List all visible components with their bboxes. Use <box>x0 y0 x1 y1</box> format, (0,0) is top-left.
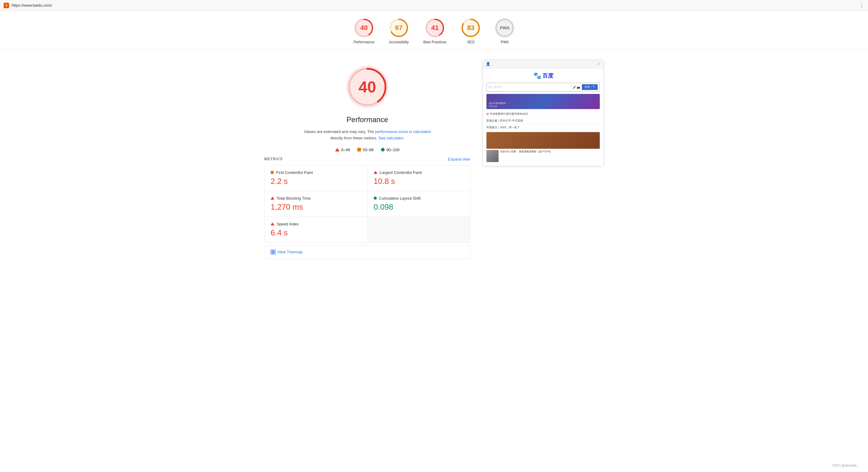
fcp-value: 2.2 s <box>271 177 361 186</box>
big-score-title: Performance <box>346 116 388 124</box>
score-item-seo[interactable]: 83 SEO <box>461 18 480 44</box>
triangle-red-icon-si <box>271 222 274 225</box>
score-circle-seo: 83 <box>461 18 480 38</box>
desc-text-1: Values are estimated and may vary. The <box>304 129 375 134</box>
main-content: 40 Performance Values are estimated and … <box>252 50 616 269</box>
metrics-section: METRICS Expand view First Contentful Pai… <box>264 157 470 259</box>
metric-label-row-lcp: Largest Contentful Paint <box>374 170 464 175</box>
legend-item-green: 90–100 <box>381 148 399 152</box>
metric-card-lcp: Largest Contentful Paint 10.8 s <box>368 165 470 191</box>
treemap-icon <box>271 250 276 254</box>
legend-item-orange: 50–89 <box>357 148 374 152</box>
tbt-value: 1,270 ms <box>271 202 361 212</box>
news-text-2: 职场之鉴｜区外之乎·中式流淌 <box>487 119 523 122</box>
metric-card-si: Speed Index 6.4 s <box>265 217 367 242</box>
score-label-accessibility: Accessibility <box>389 40 408 44</box>
view-treemap-label: View Treemap <box>277 250 303 254</box>
news-item-2: 职场之鉴｜区外之乎·中式流淌 <box>487 118 600 124</box>
menu-button[interactable]: ⋮ <box>859 2 864 9</box>
dot-green-icon <box>374 197 377 200</box>
svg-rect-11 <box>271 250 273 252</box>
favicon-letter: 🔶 <box>4 4 8 7</box>
performance-score-link[interactable]: performance score is calculated <box>375 129 431 134</box>
triangle-red-icon-lcp <box>374 171 377 174</box>
score-value-seo: 83 <box>467 24 474 32</box>
score-item-accessibility[interactable]: 67 Accessibility <box>389 18 408 44</box>
score-header: 40 Performance 67 Accessibility 41 Best … <box>0 11 868 50</box>
score-circle-best-practices: 41 <box>425 18 444 38</box>
news-text-1: 中央军委举行普示晋升军衔仪式 <box>490 113 528 116</box>
big-score-description: Values are estimated and may vary. The p… <box>304 129 431 141</box>
url-bar: https://www.baidu.com/ <box>11 3 859 7</box>
si-value: 6.4 s <box>271 228 361 238</box>
legend-item-red: 0–49 <box>335 148 350 152</box>
cls-name: Cumulative Layout Shift <box>379 196 421 200</box>
content-grid: 40 Performance Values are estimated and … <box>264 60 604 259</box>
search-placeholder: 输入搜索词 <box>489 85 570 89</box>
score-item-pwa[interactable]: PWA PWA <box>495 18 514 44</box>
tbt-indicator <box>271 197 274 200</box>
score-item-best-practices[interactable]: 41 Best Practices <box>424 18 447 44</box>
score-value-accessibility: 67 <box>395 24 402 32</box>
thumbnail-image <box>487 150 499 162</box>
lcp-value: 10.8 s <box>374 177 464 186</box>
score-label-performance: Performance <box>354 40 375 44</box>
screenshot-bar: 👤 ⤢ <box>483 60 603 68</box>
svg-rect-13 <box>271 252 273 254</box>
score-legend: 0–49 50–89 90–100 <box>335 148 399 152</box>
score-value-pwa: PWA <box>500 26 509 30</box>
metric-card-tbt: Total Blocking Time 1,270 ms <box>265 191 367 217</box>
baidu-logo: 🐾 百度 <box>533 72 553 80</box>
metric-card-fcp: First Contentful Paint 2.2 s <box>265 165 367 191</box>
banner-image: 盘点年度特爆情局 前进之路 <box>487 94 600 109</box>
score-label-pwa: PWA <box>501 40 509 44</box>
svg-rect-14 <box>273 252 275 254</box>
score-item-performance[interactable]: 40 Performance <box>354 18 375 44</box>
legend-dot-icon <box>381 148 384 152</box>
score-label-best-practices: Best Practices <box>424 40 447 44</box>
cls-indicator <box>374 197 377 200</box>
big-score-number: 40 <box>359 78 376 96</box>
score-circle-pwa: PWA <box>495 18 514 38</box>
desc-text-2: directly from these metrics. <box>330 136 378 140</box>
metrics-title: METRICS <box>264 157 283 161</box>
square-orange-icon <box>271 171 274 174</box>
screenshot-person-icon: 👤 <box>486 62 490 66</box>
legend-square-icon <box>357 148 361 152</box>
top-bar: 🔶 https://www.baidu.com/ ⋮ <box>0 0 868 11</box>
score-circle-performance: 40 <box>354 18 374 38</box>
expand-view-button[interactable]: Expand view <box>448 157 470 161</box>
red-tag-1: 新 <box>487 113 489 116</box>
big-score-circle: 40 <box>346 66 389 108</box>
news-item-1: 新 中央军委举行普示晋升军衔仪式 <box>487 111 600 118</box>
si-indicator <box>271 222 274 225</box>
fcp-name: First Contentful Paint <box>276 170 313 175</box>
si-name: Speed Index <box>277 222 299 226</box>
tbt-name: Total Blocking Time <box>277 196 311 200</box>
view-treemap-button[interactable]: View Treemap <box>264 245 470 259</box>
divider <box>571 85 571 89</box>
fcp-indicator <box>271 171 274 174</box>
left-panel: 40 Performance Values are estimated and … <box>264 60 470 259</box>
baidu-text: 百度 <box>542 72 553 80</box>
metrics-header: METRICS Expand view <box>264 157 470 161</box>
news-text-3: 年度盘点｜2023，你一起？ <box>487 126 520 129</box>
metric-card-empty <box>368 217 470 242</box>
legend-range-green: 90–100 <box>386 148 399 152</box>
legend-triangle-icon <box>335 148 339 152</box>
see-calculator-link[interactable]: See calculator. <box>378 136 404 140</box>
lcp-indicator <box>374 171 377 174</box>
metric-card-cls: Cumulative Layout Shift 0.098 <box>368 191 470 217</box>
lcp-name: Largest Contentful Paint <box>380 170 422 175</box>
metric-label-row-cls: Cumulative Layout Shift <box>374 196 464 200</box>
baidu-search-button[interactable]: 百度一下 <box>582 84 598 90</box>
score-circle-accessibility: 67 <box>389 18 408 38</box>
favicon: 🔶 <box>4 3 9 8</box>
score-label-seo: SEO <box>467 40 475 44</box>
thumb-line-1: 告别"华人音量"，被美国两度赞扬！盘计巧手包 <box>500 150 551 153</box>
baidu-logo-area: 🐾 百度 <box>487 72 600 80</box>
screenshot-expand-icon: ⤢ <box>597 62 600 66</box>
banner-text: 盘点年度特爆情局 <box>489 102 597 105</box>
score-value-performance: 40 <box>360 24 368 32</box>
triangle-red-icon-tbt <box>271 197 274 200</box>
